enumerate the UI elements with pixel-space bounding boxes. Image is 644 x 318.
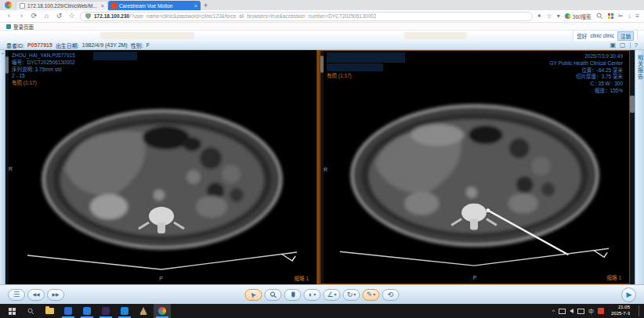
reset-icon: ⟲ [388, 291, 394, 298]
pan-tool-button[interactable] [284, 289, 301, 301]
hidden-icons-chevron[interactable]: ^ [552, 309, 555, 314]
scrollbar-thumb[interactable] [320, 56, 324, 73]
fullscreen-icon[interactable]: ▢ [620, 42, 626, 49]
patient-id-label: 患者ID: [6, 42, 24, 49]
taskbar-app-4[interactable] [116, 304, 133, 318]
url-text: 172.18.100.230/?user_name=clinic&passwor… [94, 13, 376, 19]
taskbar-app-2[interactable] [78, 304, 96, 318]
greeting-text: 您好 [577, 32, 587, 40]
next-series-button[interactable]: ▶▶ [47, 289, 64, 301]
pointer-icon: ➤ [249, 290, 259, 299]
image-range-line: 2 - 15 [12, 73, 75, 80]
display-icon[interactable] [559, 309, 566, 314]
tab-vue-motion[interactable]: Carestream Vue Motion × [108, 1, 201, 10]
forward-icon[interactable]: › [17, 13, 26, 20]
previous-icon: ◀◀ [32, 292, 39, 297]
chevron-down-icon[interactable]: ▾ [557, 13, 560, 20]
help-icon[interactable]: ? [635, 42, 638, 49]
app-header: 您好 clinic clinic 注销 [0, 31, 644, 41]
search-engine-button[interactable]: 360搜索 [565, 13, 592, 20]
logout-button[interactable]: 注销 [617, 31, 634, 41]
reset-button[interactable]: ⟲ [382, 289, 400, 301]
back-icon[interactable]: ‹ [5, 13, 13, 20]
viewport-right[interactable]: 有损 (1:17) 2025/7/3,9:30:49 GY Public Hea… [320, 50, 630, 284]
scrollbar-thumb[interactable] [630, 96, 635, 113]
angle-icon: ∠ [327, 291, 333, 298]
app-icon [102, 307, 110, 315]
dob-value: 1982/4/9 (43Y 2M) [82, 42, 128, 48]
screenshot-icon[interactable]: ✂ [618, 13, 624, 20]
network-icon[interactable] [577, 309, 584, 314]
rotate-icon: ↻ [347, 291, 353, 298]
favorite-star-icon[interactable]: ☆ [547, 13, 552, 20]
taskbar-app-5[interactable] [135, 304, 152, 318]
show-desktop-button[interactable] [639, 305, 641, 316]
search-engine-label: 360搜索 [573, 13, 592, 20]
close-icon[interactable]: × [101, 3, 104, 9]
home-icon[interactable]: ⌂ [42, 13, 51, 20]
pointer-tool-button[interactable]: ➤ [244, 289, 262, 301]
360-logo-icon [565, 13, 570, 19]
toolbar-right-icons: ✦ ☆ ▾ 360搜索 ✂ ↓ ≡ [537, 13, 639, 20]
address-bar[interactable]: 172.18.100.230/?user_name=clinic&passwor… [80, 12, 533, 21]
apps-grid-icon[interactable] [608, 13, 613, 19]
thumbnail-list-button[interactable]: ☰ [8, 289, 25, 301]
window-level-button[interactable]: ◐▾ [303, 289, 320, 301]
patient-id-value: P0577915 [27, 42, 52, 48]
taskbar-app-3[interactable] [97, 304, 114, 318]
close-icon[interactable]: × [194, 3, 197, 9]
measure-tool-button[interactable]: ∠▾ [323, 289, 340, 301]
dropdown-icon[interactable]: ▾ [335, 292, 337, 297]
new-tab-button[interactable]: + [204, 2, 208, 9]
taskbar-app-1[interactable] [60, 304, 77, 318]
folder-icon [45, 308, 54, 314]
previous-series-button[interactable]: ◀◀ [27, 289, 45, 301]
file-explorer-button[interactable] [41, 304, 58, 318]
viewport-scrollbar[interactable] [5, 50, 9, 284]
browser-tab-bar: 172.18.100.229/ClinicWeb/M... × Carestre… [0, 0, 644, 10]
search-icon[interactable] [596, 13, 603, 20]
left-panel-collapse-strip[interactable]: − [0, 50, 5, 284]
volume-icon[interactable] [570, 309, 573, 313]
url-host: 172.18.100.230 [94, 13, 129, 19]
ime-indicator[interactable]: 中 [588, 307, 594, 315]
history-icon[interactable]: ↺ [55, 13, 63, 20]
cine-play-button[interactable]: ▶ [621, 287, 636, 302]
taskbar-clock[interactable]: 21:05 2025-7-3 [608, 305, 633, 317]
screen: 172.18.100.229/ClinicWeb/M... × Carestre… [0, 0, 644, 318]
related-reports-tab[interactable]: 相关报告 [635, 50, 644, 284]
download-icon[interactable]: ↓ [628, 13, 631, 20]
bookmark-login-page[interactable]: 登录页面 [13, 23, 34, 31]
id-card-icon[interactable]: ▣ [610, 42, 616, 49]
vue-motion-icon [111, 3, 117, 9]
viewport-scrollbar[interactable] [320, 51, 324, 284]
dropdown-icon[interactable]: ▾ [313, 292, 316, 297]
dropdown-icon[interactable]: ▾ [373, 292, 375, 297]
window-level-line: C : 35 W : 300 [550, 81, 623, 88]
taskbar-search-button[interactable] [22, 304, 39, 318]
redacted-overlay [93, 52, 137, 60]
rotate-tool-button[interactable]: ↻▾ [343, 289, 360, 301]
zoom-tool-button[interactable] [264, 289, 281, 301]
tab-clinicweb[interactable]: 172.18.100.229/ClinicWeb/M... × [16, 1, 108, 10]
dropdown-icon[interactable]: ▾ [353, 292, 356, 297]
ime-tray-icon[interactable] [598, 308, 604, 314]
scrollbar-thumb[interactable] [5, 56, 9, 74]
next-icon: ▶▶ [52, 292, 59, 297]
start-button[interactable] [3, 304, 20, 318]
institution-line: GY Public Health Clinical Center [550, 60, 623, 67]
right-overlay-text: 2025/7/3,9:30:49 GY Public Health Clinic… [550, 53, 623, 95]
annotate-tool-button[interactable]: ✎▾ [363, 289, 380, 301]
refresh-icon[interactable]: ⟳ [30, 13, 38, 20]
right-scrollbar[interactable] [630, 50, 635, 284]
clock-date: 2025-7-3 [611, 311, 630, 317]
extension-icon[interactable]: ✦ [537, 13, 542, 20]
navigation-group: ☰ ◀◀ ▶▶ [8, 289, 64, 301]
menu-icon[interactable]: ≡ [635, 13, 639, 20]
series-number-label: 缩略 1 [607, 273, 621, 281]
bookmark-star-icon[interactable]: ☆ [67, 13, 76, 20]
viewport-left[interactable]: ZHOU_HAI_YAN,P0577915 编号：DYCT20250613000… [5, 50, 317, 284]
browser-logo-icon[interactable] [5, 2, 12, 9]
taskbar-360-browser[interactable] [154, 304, 171, 318]
collapse-icon[interactable]: − [1, 50, 4, 284]
